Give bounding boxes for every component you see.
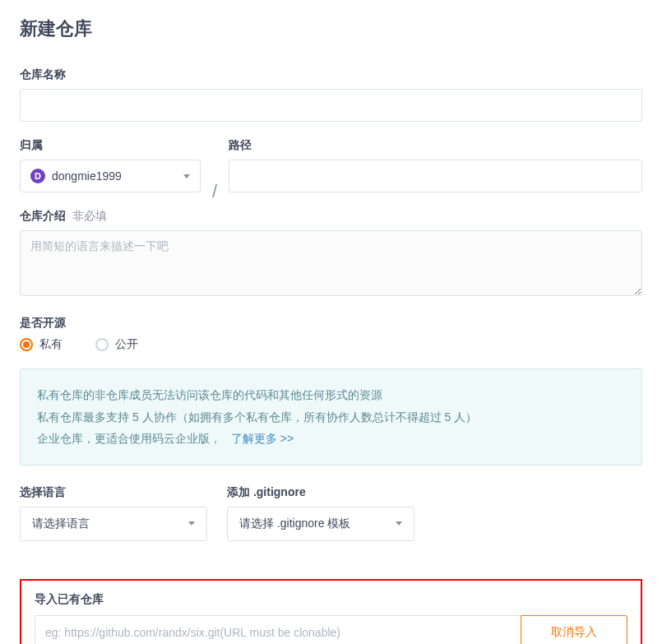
caret-down-icon xyxy=(396,521,402,526)
owner-group: 归属 D dongmie1999 xyxy=(20,138,201,192)
radio-dot-icon xyxy=(23,341,30,348)
radio-public-label: 公开 xyxy=(115,337,138,352)
gitignore-label: 添加 .gitignore xyxy=(227,485,414,500)
description-optional: 非必填 xyxy=(72,209,107,222)
radio-public-circle xyxy=(95,338,109,351)
description-label-text: 仓库介绍 xyxy=(20,209,66,222)
repo-name-label: 仓库名称 xyxy=(20,67,642,82)
language-gitignore-row: 选择语言 请选择语言 添加 .gitignore 请选择 .gitignore … xyxy=(20,485,642,558)
info-line-2: 私有仓库最多支持 5 人协作（如拥有多个私有仓库，所有协作人数总计不得超过 5 … xyxy=(37,406,625,429)
info-learn-more-link[interactable]: 了解更多 >> xyxy=(231,432,294,445)
gitignore-placeholder: 请选择 .gitignore 模板 xyxy=(239,517,350,531)
language-select[interactable]: 请选择语言 xyxy=(20,507,207,541)
visibility-label: 是否开源 xyxy=(20,316,642,331)
owner-select[interactable]: D dongmie1999 xyxy=(20,160,201,192)
path-slash: / xyxy=(201,181,229,209)
import-box: 导入已有仓库 取消导入 xyxy=(20,579,642,644)
path-input[interactable] xyxy=(229,160,642,192)
description-label: 仓库介绍 非必填 xyxy=(20,209,642,224)
page-title: 新建仓库 xyxy=(20,16,642,41)
repo-name-input[interactable] xyxy=(20,89,642,122)
import-title: 导入已有仓库 xyxy=(35,592,627,607)
cancel-import-button[interactable]: 取消导入 xyxy=(521,615,627,644)
info-box: 私有仓库的非仓库成员无法访问该仓库的代码和其他任何形式的资源 私有仓库最多支持 … xyxy=(20,368,642,466)
info-line-3: 企业仓库，更适合使用码云企业版， 了解更多 >> xyxy=(37,428,625,450)
caret-down-icon xyxy=(188,521,195,526)
language-label: 选择语言 xyxy=(20,485,207,500)
gitignore-group: 添加 .gitignore 请选择 .gitignore 模板 xyxy=(227,485,414,541)
owner-name: dongmie1999 xyxy=(52,169,122,183)
radio-public[interactable]: 公开 xyxy=(95,337,138,352)
owner-avatar: D xyxy=(30,169,45,183)
language-placeholder: 请选择语言 xyxy=(32,517,90,531)
description-group: 仓库介绍 非必填 xyxy=(20,209,642,299)
repo-name-group: 仓库名称 xyxy=(20,67,642,122)
owner-path-row: 归属 D dongmie1999 / 路径 xyxy=(20,138,642,209)
caret-down-icon xyxy=(183,174,190,178)
gitignore-select[interactable]: 请选择 .gitignore 模板 xyxy=(227,507,414,541)
owner-label: 归属 xyxy=(20,138,201,153)
language-group: 选择语言 请选择语言 xyxy=(20,485,207,541)
description-textarea[interactable] xyxy=(20,230,642,296)
visibility-group: 是否开源 私有 公开 xyxy=(20,316,642,352)
radio-private-label: 私有 xyxy=(39,337,62,352)
import-url-input[interactable] xyxy=(35,615,521,644)
radio-private-circle xyxy=(20,338,33,351)
radio-private[interactable]: 私有 xyxy=(20,337,62,352)
info-line-1: 私有仓库的非仓库成员无法访问该仓库的代码和其他任何形式的资源 xyxy=(37,384,625,406)
path-group: 路径 xyxy=(229,138,642,192)
path-label: 路径 xyxy=(229,138,642,153)
